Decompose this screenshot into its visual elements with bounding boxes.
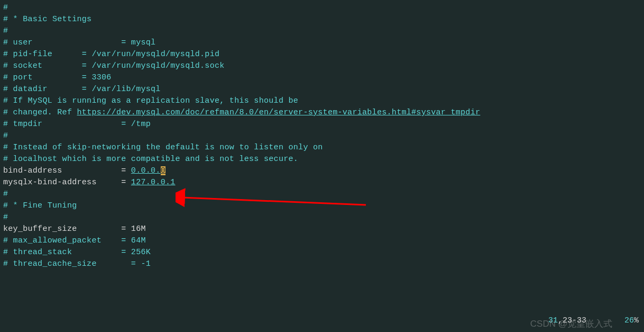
config-line: #: [3, 212, 644, 223]
mysqlx-bind-line[interactable]: mysqlx-bind-address = 127.0.0.1: [3, 177, 644, 189]
percent-sign: %: [634, 316, 639, 325]
config-line: # tmpdir = /tmp: [3, 119, 644, 130]
key-buffer-line[interactable]: key_buffer_size = 16M: [3, 223, 644, 235]
config-line: #: [3, 189, 644, 200]
config-line: # Instead of skip-networking the default…: [3, 142, 644, 154]
config-line: #: [3, 130, 644, 142]
config-line: # max_allowed_packet = 64M: [3, 235, 644, 247]
bind-address-value: 0.0.0.: [131, 166, 161, 175]
bind-address-line[interactable]: bind-address = 0.0.0.0: [3, 165, 644, 177]
mysqlx-bind-value: 127.0.0.1: [131, 178, 176, 187]
url-link[interactable]: https://dev.mysql.com/doc/refman/8.0/en/…: [77, 108, 481, 117]
config-line: # * Basic Settings: [3, 14, 644, 25]
config-line: # socket = /var/run/mysqld/mysqld.sock: [3, 60, 644, 72]
config-line: # thread_cache_size = -1: [3, 258, 644, 270]
config-key: bind-address =: [3, 166, 131, 175]
cursor-line-num: 31: [548, 316, 558, 325]
vim-status-bar: 31,23-33 26%: [548, 315, 639, 327]
config-line: # datadir = /var/lib/mysql: [3, 84, 644, 95]
config-line: # If MySQL is running as a replication s…: [3, 95, 644, 107]
cursor: 0: [161, 166, 165, 175]
config-line: #: [3, 2, 644, 14]
scroll-percent: 26: [624, 316, 634, 325]
config-line: # localhost which is more compatible and…: [3, 154, 644, 165]
config-line: # port = 3306: [3, 72, 644, 84]
config-line: # thread_stack = 256K: [3, 247, 644, 258]
config-line: # pid-file = /var/run/mysqld/mysqld.pid: [3, 49, 644, 60]
config-line: #: [3, 25, 644, 37]
text: # changed. Ref: [3, 108, 77, 117]
cursor-col: ,23-33: [558, 316, 586, 325]
config-line: # user = mysql: [3, 37, 644, 49]
config-key: mysqlx-bind-address =: [3, 178, 131, 187]
config-line: # changed. Ref https://dev.mysql.com/doc…: [3, 107, 644, 119]
config-line: # * Fine Tuning: [3, 200, 644, 212]
